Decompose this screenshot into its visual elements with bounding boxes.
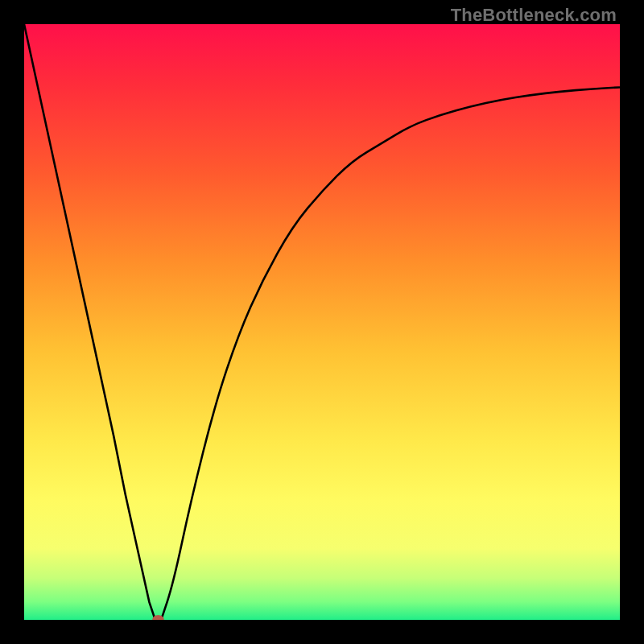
plot-area bbox=[24, 24, 620, 620]
watermark-text: TheBottleneck.com bbox=[451, 5, 617, 26]
chart-frame: TheBottleneck.com bbox=[0, 0, 644, 644]
bottleneck-curve bbox=[24, 24, 620, 620]
curve-layer bbox=[24, 24, 620, 620]
